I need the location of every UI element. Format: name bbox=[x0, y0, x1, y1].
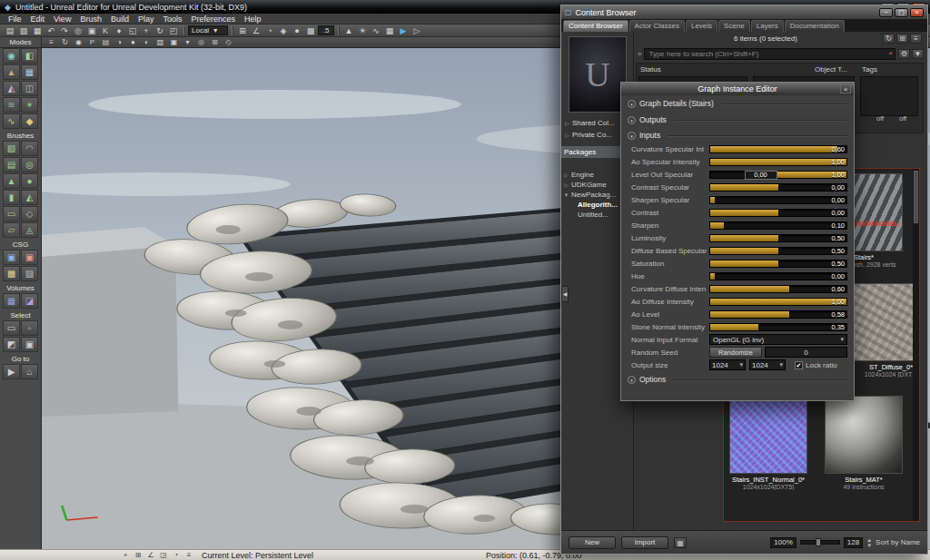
cylinder-brush-icon[interactable]: ▮ bbox=[3, 190, 20, 205]
options-icon[interactable]: ≡ bbox=[910, 34, 922, 44]
perspective-icon[interactable]: P bbox=[86, 37, 98, 47]
graph-param-slider[interactable]: 0,10 bbox=[709, 221, 847, 230]
stats-icon[interactable]: ≡ bbox=[183, 551, 194, 560]
cb-maximize-button[interactable]: ▢ bbox=[895, 8, 908, 17]
content-browser-titlebar[interactable]: ▢ Content Browser − ▢ × bbox=[561, 5, 927, 19]
tab-documentation[interactable]: Documentation bbox=[785, 20, 845, 32]
mesh-paint-mode-icon[interactable]: ◭ bbox=[3, 81, 20, 96]
rotation-grid-icon[interactable]: ∠ bbox=[145, 551, 156, 560]
play-standalone-icon[interactable]: ▷ bbox=[411, 25, 423, 36]
add-volume-icon[interactable]: ▦ bbox=[3, 293, 20, 309]
realtime-preview-icon[interactable]: ● bbox=[291, 25, 303, 36]
search-options-icon[interactable]: ⚙ bbox=[898, 49, 910, 59]
content-browser-icon[interactable]: ▣ bbox=[85, 25, 98, 36]
coordinate-space-select[interactable]: Local ▾ bbox=[188, 25, 228, 35]
build-paths-icon[interactable]: ∿ bbox=[370, 25, 382, 36]
angle-snap-icon[interactable]: ∠ bbox=[250, 25, 262, 36]
filter-toggle[interactable]: off bbox=[899, 114, 906, 123]
tab-scene[interactable]: Scene bbox=[718, 20, 750, 32]
translate-status-icon[interactable]: + bbox=[120, 551, 131, 560]
game-view-icon[interactable]: ▣ bbox=[168, 37, 180, 47]
csg-subtract-icon[interactable]: ▣ bbox=[21, 250, 38, 265]
build-geometry-icon[interactable]: ▲ bbox=[342, 25, 355, 36]
foliage-mode-icon[interactable]: ✶ bbox=[21, 97, 38, 113]
sphere-brush-icon[interactable]: ● bbox=[21, 173, 38, 189]
menu-edit[interactable]: Edit bbox=[26, 14, 50, 25]
detail-lighting-icon[interactable]: ◐ bbox=[141, 37, 153, 47]
goto-builder-icon[interactable]: ⌂ bbox=[21, 364, 38, 379]
undo-icon[interactable]: ↶ bbox=[45, 25, 57, 36]
history-chevrons-icon[interactable]: » bbox=[638, 50, 641, 58]
dialog-titlebar[interactable]: Graph Instance Editor × bbox=[621, 83, 854, 95]
build-all-icon[interactable]: ▦ bbox=[383, 25, 396, 36]
outputs-section[interactable]: ▾ Outputs bbox=[621, 112, 854, 128]
tetrahedron-brush-icon[interactable]: ◬ bbox=[21, 222, 38, 238]
randomize-button[interactable]: Randomize bbox=[709, 347, 762, 358]
camera-icon[interactable]: ◉ bbox=[73, 37, 84, 47]
seed-value-field[interactable]: 0 bbox=[765, 347, 847, 358]
dialog-close-button[interactable]: × bbox=[840, 84, 851, 93]
collapse-sources-button[interactable]: ◀ bbox=[561, 286, 569, 302]
level-out-range-slider[interactable]: 0,00 1,00 bbox=[709, 171, 847, 179]
layout-icon[interactable]: ⊞ bbox=[896, 34, 908, 44]
zoom-value[interactable]: 100% bbox=[770, 537, 796, 548]
spline-mode-icon[interactable]: ∿ bbox=[3, 113, 20, 129]
particle-mode-icon[interactable]: ◆ bbox=[21, 113, 38, 129]
graph-param-slider[interactable]: 0,50 bbox=[709, 234, 847, 242]
cb-close-button[interactable]: × bbox=[910, 8, 924, 17]
play-in-editor-icon[interactable]: ▶ bbox=[397, 25, 410, 36]
rotate-tool-icon[interactable]: ↻ bbox=[153, 25, 166, 36]
static-mesh-mode-icon[interactable]: ◫ bbox=[21, 81, 38, 96]
new-button[interactable]: New bbox=[569, 536, 616, 549]
material-thumbnail[interactable] bbox=[825, 396, 903, 474]
camera-speed-icon[interactable]: ◔ bbox=[263, 25, 276, 36]
sheet-brush-icon[interactable]: ▭ bbox=[3, 206, 20, 221]
open-map-icon[interactable]: ▧ bbox=[17, 25, 30, 36]
normal-format-dropdown[interactable]: OpenGL (G inv) ▾ bbox=[709, 334, 847, 345]
unlit-icon[interactable]: ◑ bbox=[114, 37, 125, 47]
search-input[interactable] bbox=[644, 48, 895, 60]
csg-add-icon[interactable]: ▣ bbox=[3, 250, 20, 265]
autosave-status-icon[interactable]: ◔ bbox=[171, 551, 182, 560]
graph-param-slider[interactable]: 0,35 bbox=[709, 323, 847, 331]
cb-minimize-button[interactable]: − bbox=[879, 8, 893, 17]
options-section[interactable]: ▾ Options bbox=[621, 371, 854, 388]
graph-param-slider[interactable]: 1,00 bbox=[709, 158, 847, 166]
save-map-icon[interactable]: ▦ bbox=[31, 25, 44, 36]
invert-selection-icon[interactable]: ◩ bbox=[3, 337, 20, 352]
build-lighting-icon[interactable]: ☀ bbox=[356, 25, 369, 36]
scrollbar-thumb[interactable] bbox=[914, 171, 918, 223]
terrain-brush-icon[interactable]: ▲ bbox=[3, 173, 20, 189]
thumbnail-size-value[interactable]: 128 bbox=[844, 537, 863, 548]
asset-tile-diffuse[interactable]: ST_Diffuse_0* 1024x1024 [DXT1] bbox=[851, 283, 920, 378]
assets-scrollbar[interactable] bbox=[913, 169, 919, 521]
inputs-section[interactable]: ▾ Inputs bbox=[621, 128, 854, 142]
scale-grid-icon[interactable]: ◲ bbox=[158, 551, 169, 560]
sort-direction-icon[interactable]: ▲▼ bbox=[866, 537, 872, 548]
graph-param-slider[interactable]: 0,50 bbox=[709, 260, 847, 268]
tab-actor-classes[interactable]: Actor Classes bbox=[629, 20, 685, 32]
vertex-snap-icon[interactable]: ◈ bbox=[277, 25, 290, 36]
output-height-select[interactable]: 1024 ▾ bbox=[749, 359, 786, 370]
csg-deintersect-icon[interactable]: ▨ bbox=[21, 266, 38, 281]
viewport-options-icon[interactable]: ≡ bbox=[45, 37, 57, 47]
matinee-icon[interactable]: ♦ bbox=[113, 25, 125, 36]
select-all-icon[interactable]: ▭ bbox=[3, 320, 20, 336]
realtime-icon[interactable]: ↻ bbox=[59, 37, 71, 47]
fullscreen-icon[interactable]: ◱ bbox=[126, 25, 139, 36]
landscape-mode-icon[interactable]: ≋ bbox=[3, 97, 20, 113]
clear-search-icon[interactable]: × bbox=[885, 49, 895, 59]
translucency-icon[interactable]: ◇ bbox=[223, 37, 234, 47]
geometry-mode-icon[interactable]: ◧ bbox=[21, 48, 38, 64]
kismet-icon[interactable]: K bbox=[99, 25, 112, 36]
asset-tile-material[interactable]: Stairs_MAT* 49 instructions bbox=[824, 396, 904, 490]
goto-actor-icon[interactable]: ▶ bbox=[3, 364, 20, 379]
graph-param-slider[interactable]: 0,60 bbox=[709, 145, 847, 153]
cone-brush-icon[interactable]: ◭ bbox=[21, 190, 38, 205]
diffuse-texture-thumbnail[interactable] bbox=[852, 283, 920, 361]
output-width-select[interactable]: 1024 ▾ bbox=[709, 359, 746, 370]
asset-tile-normal[interactable]: Stairs_INST_Normal_0* 1024x1024[DXT5] bbox=[728, 396, 808, 490]
graph-param-slider[interactable]: 0,60 bbox=[709, 285, 847, 293]
camera-mode-icon[interactable]: ◉ bbox=[3, 48, 20, 64]
import-button[interactable]: Import bbox=[621, 536, 668, 549]
